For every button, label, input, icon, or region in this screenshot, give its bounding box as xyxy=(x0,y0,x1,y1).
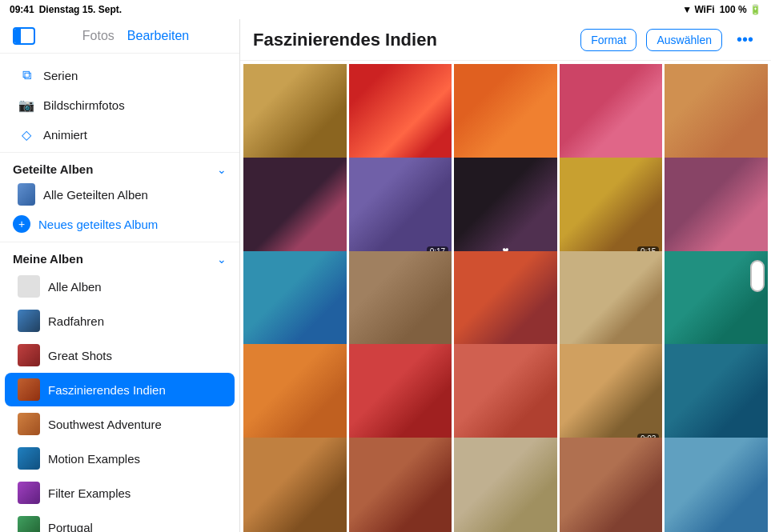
sidebar: Fotos Bearbeiten ⧉ Serien 📷 Bildschirmfo… xyxy=(0,19,240,532)
photo-cell-4[interactable] xyxy=(560,64,663,167)
sidebar-item-label: Alle Alben xyxy=(48,280,102,294)
battery-status: 100 % 🔋 xyxy=(720,4,761,15)
photo-cell-9[interactable]: 0:15 xyxy=(560,158,663,261)
photo-cell-18[interactable] xyxy=(454,344,557,447)
great-shots-thumb xyxy=(18,344,40,366)
photo-cell-11[interactable] xyxy=(243,251,347,354)
sidebar-item-portugal[interactable]: Portugal xyxy=(5,510,235,532)
new-album-label: Neues geteiltes Album xyxy=(38,218,158,231)
sidebar-item-label: Serien xyxy=(43,69,78,82)
sidebar-item-alle-alben[interactable]: Alle Alben xyxy=(5,270,235,303)
sidebar-toggle-icon[interactable] xyxy=(13,27,35,45)
content-area: Faszinierendes Indien Format Auswählen •… xyxy=(240,19,771,532)
wifi-icon: ▼ WiFi xyxy=(682,4,714,15)
sidebar-item-label: Filter Examples xyxy=(48,486,131,500)
photo-cell-23[interactable] xyxy=(454,438,557,532)
animiert-icon: ◇ xyxy=(18,126,35,143)
photo-cell-13[interactable] xyxy=(454,251,557,354)
sidebar-item-animiert[interactable]: ◇ Animiert xyxy=(5,120,235,149)
motion-thumb xyxy=(18,447,40,470)
tab-bearbeiten[interactable]: Bearbeiten xyxy=(127,29,189,43)
photo-cell-16[interactable] xyxy=(243,344,347,447)
sidebar-item-label: Southwest Adventure xyxy=(48,418,162,431)
sidebar-item-motion-examples[interactable]: Motion Examples xyxy=(5,442,235,475)
sidebar-item-alle-geteilte[interactable]: Alle Geteilten Alben xyxy=(5,180,235,209)
radfahren-thumb xyxy=(18,310,40,332)
photo-cell-3[interactable] xyxy=(454,64,557,167)
home-button[interactable] xyxy=(750,260,765,292)
photo-cell-19[interactable]: 0:03 xyxy=(560,344,663,447)
photo-cell-12[interactable] xyxy=(349,251,452,354)
page-title: Faszinierendes Indien xyxy=(253,30,571,50)
photo-cell-5[interactable] xyxy=(665,64,768,167)
sidebar-item-label: Faszinierendes Indien xyxy=(48,383,166,397)
sidebar-item-label: Radfahren xyxy=(48,314,104,328)
sidebar-item-label: Motion Examples xyxy=(48,452,140,466)
status-bar: 09:41 Dienstag 15. Sept. ▼ WiFi 100 % 🔋 xyxy=(0,0,771,19)
meine-chevron-icon[interactable]: ⌄ xyxy=(217,253,227,266)
status-time: 09:41 xyxy=(10,4,34,15)
photo-cell-22[interactable] xyxy=(349,438,452,532)
faszinierendes-thumb xyxy=(18,378,40,401)
sidebar-item-bildschirmfotos[interactable]: 📷 Bildschirmfotos xyxy=(5,90,235,119)
new-shared-album-button[interactable]: + Neues geteiltes Album xyxy=(0,210,239,238)
serien-icon: ⧉ xyxy=(18,66,35,84)
sidebar-item-southwest-adventure[interactable]: Southwest Adventure xyxy=(5,407,235,441)
sidebar-item-radfahren[interactable]: Radfahren xyxy=(5,304,235,338)
photo-cell-21[interactable] xyxy=(243,438,347,532)
photo-cell-25[interactable] xyxy=(665,438,768,532)
alle-alben-thumb xyxy=(18,275,40,298)
sidebar-item-faszinierendes-indien[interactable]: Faszinierendes Indien xyxy=(5,373,235,406)
southwest-thumb xyxy=(18,413,40,435)
select-button[interactable]: Auswählen xyxy=(646,29,722,51)
section-meine-title: Meine Alben xyxy=(13,252,83,266)
photo-cell-20[interactable] xyxy=(665,344,768,447)
photo-cell-1[interactable] xyxy=(243,64,347,167)
sidebar-item-filter-examples[interactable]: Filter Examples xyxy=(5,476,235,510)
section-geteilte-title: Geteilte Alben xyxy=(13,162,93,176)
photo-cell-6[interactable] xyxy=(243,158,347,261)
portugal-thumb xyxy=(18,516,40,532)
sidebar-item-great-shots[interactable]: Great Shots xyxy=(5,338,235,372)
sidebar-item-label: Great Shots xyxy=(48,349,112,362)
sidebar-item-label: Bildschirmfotos xyxy=(43,98,125,112)
status-date: Dienstag 15. Sept. xyxy=(39,4,122,15)
photo-grid: 0:17♥0:150:03 xyxy=(240,61,771,532)
sidebar-item-serien[interactable]: ⧉ Serien xyxy=(5,61,235,90)
photo-cell-7[interactable]: 0:17 xyxy=(349,158,452,261)
photo-cell-17[interactable] xyxy=(349,344,452,447)
format-button[interactable]: Format xyxy=(580,29,636,51)
sidebar-item-label: Portugal xyxy=(48,521,93,533)
tab-fotos[interactable]: Fotos xyxy=(82,29,114,43)
photo-cell-8[interactable]: ♥ xyxy=(454,158,557,261)
photo-cell-2[interactable] xyxy=(349,64,452,167)
filter-thumb xyxy=(18,482,40,504)
photo-cell-10[interactable] xyxy=(665,158,768,261)
plus-icon: + xyxy=(13,215,30,233)
sidebar-item-label: Animiert xyxy=(43,128,87,142)
more-button[interactable]: ••• xyxy=(732,27,758,52)
sidebar-item-label: Alle Geteilten Alben xyxy=(43,188,148,202)
alle-geteilte-icon xyxy=(18,186,35,203)
geteilte-chevron-icon[interactable]: ⌄ xyxy=(217,163,227,176)
photo-cell-24[interactable] xyxy=(560,438,663,532)
bildschirmfotos-icon: 📷 xyxy=(18,96,35,114)
photo-cell-14[interactable] xyxy=(560,251,663,354)
